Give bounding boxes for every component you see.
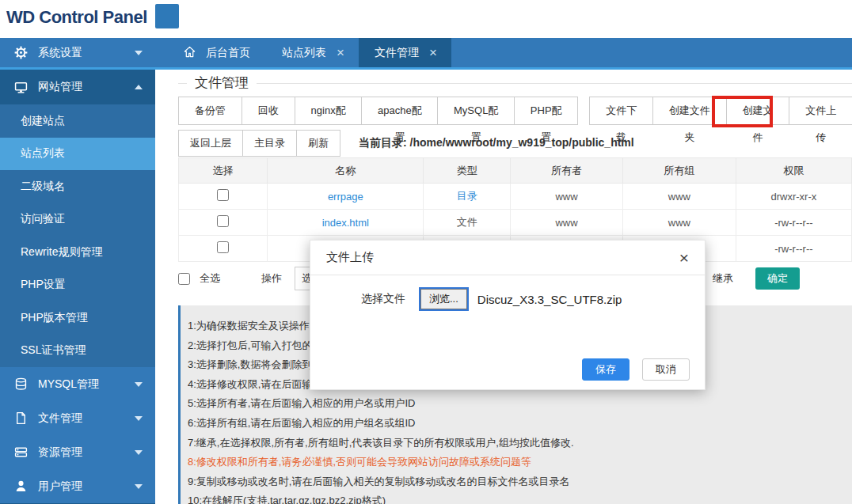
monitor-icon [14,81,28,94]
note-line: 9:复制或移动或改名时,请在后面输入相关的复制或移动或改名的目标文件名或目录名 [188,472,844,492]
tab-label: 站点列表 [282,46,326,60]
browse-button[interactable]: 浏览... [420,289,467,309]
tab-dashboard[interactable]: 后台首页 [169,38,266,67]
chevron-down-icon [135,382,143,387]
sidebar-item-subdomain[interactable]: 二级域名 [0,170,155,203]
action-right-group: 继承 确定 [713,267,800,290]
sidebar-item-label: SSL证书管理 [21,343,86,358]
section-divider: 文件管理 [178,83,852,84]
refresh-button[interactable]: 刷新 [296,130,340,157]
user-icon [14,479,28,493]
recycle-bin-button[interactable]: 回收站 [242,97,295,125]
app-logo: WD Control Panel [6,7,147,28]
sidebar-section-users[interactable]: 用户管理 [0,469,155,503]
col-header-type: 类型 [424,158,511,184]
tab-file-manager[interactable]: 文件管理 × [359,38,451,67]
database-icon [14,377,28,391]
perm-cell: -rw-r--r-- [736,236,851,262]
group-cell: www [622,184,736,210]
row-checkbox[interactable] [217,241,229,253]
hamburger-menu-button[interactable] [155,4,179,28]
sidebar-section-label: 资源管理 [38,445,135,460]
dialog-header: 文件上传 × [310,241,705,275]
nginx-config-button[interactable]: nginx配置 [295,97,363,125]
logo-bar: WD Control Panel [0,0,852,38]
sidebar: 网站管理 创建站点 站点列表 二级域名 访问验证 Rewrite规则管理 PHP… [0,70,155,504]
sidebar-section-website-management[interactable]: 网站管理 [0,70,155,104]
sidebar-item-php-settings[interactable]: PHP设置 [0,269,155,302]
file-link[interactable]: index.html [322,217,369,229]
create-file-button[interactable]: 创建文件 [726,97,790,125]
col-header-owner: 所有者 [511,158,623,184]
tab-bar: 后台首页 站点列表 × 文件管理 × [169,38,451,67]
file-select-label: 选择文件 [361,292,405,306]
sidebar-item-rewrite-rules[interactable]: Rewrite规则管理 [0,236,155,269]
create-folder-button[interactable]: 创建文件夹 [652,97,726,125]
close-icon[interactable]: × [679,249,689,266]
sidebar-submenu: 创建站点 站点列表 二级域名 访问验证 Rewrite规则管理 PHP设置 PH… [0,104,155,367]
home-icon [184,46,197,59]
col-header-select: 选择 [179,158,268,184]
owner-cell: www [511,184,623,210]
sidebar-item-label: 系统设置 [38,46,135,60]
sidebar-item-site-list[interactable]: 站点列表 [0,138,155,171]
owner-cell: www [511,210,623,236]
perm-cell: -rw-r--r-- [736,210,851,236]
apache-config-button[interactable]: apache配置 [361,97,438,125]
sidebar-item-system-settings[interactable]: 系统设置 [0,38,155,67]
tab-label: 后台首页 [206,46,250,60]
chevron-down-icon [135,416,143,421]
cancel-button[interactable]: 取消 [642,358,690,381]
current-dir-text: 当前目录: /home/wwwroot/my_w919_top/public_h… [359,136,634,150]
dialog-footer: 保存 取消 [582,358,690,381]
save-button[interactable]: 保存 [582,358,629,381]
type-link[interactable]: 目录 [457,190,477,202]
sidebar-item-php-version[interactable]: PHP版本管理 [0,301,155,335]
sidebar-section-file-management[interactable]: 文件管理 [0,401,155,435]
sidebar-item-access-auth[interactable]: 访问验证 [0,203,155,237]
table-row: errpage 目录 www www drwxr-xr-x [179,184,852,210]
col-header-group: 所有组 [622,158,736,184]
top-nav-bar: 系统设置 后台首页 站点列表 × 文件管理 × [0,38,852,70]
confirm-button[interactable]: 确定 [755,267,800,290]
toolbar-navigation: 返回上层 主目录 刷新 当前目录: /home/wwwroot/my_w919_… [178,130,852,157]
mysql-config-button[interactable]: MySQL配置 [437,97,515,125]
group-cell: www [622,210,736,236]
sidebar-item-ssl-cert[interactable]: SSL证书管理 [0,335,155,368]
note-line: 10:在线解压(支持.tar,tar.gz,tgz,bz2,zip格式) [188,491,844,504]
go-up-button[interactable]: 返回上层 [178,130,243,157]
php-config-button[interactable]: PHP配置 [514,97,578,125]
sidebar-section-mysql[interactable]: MYSQL管理 [0,367,155,401]
sidebar-section-label: 网站管理 [38,80,135,94]
document-icon [14,411,28,425]
tab-close-icon[interactable]: × [337,46,344,59]
file-download-button[interactable]: 文件下载 [589,97,653,125]
table-row: index.html 文件 www www -rw-r--r-- [179,210,852,236]
perm-cell: drwxr-xr-x [736,184,851,210]
server-icon [14,445,28,459]
selected-filename: Discuz_X3.3_SC_UTF8.zip [477,293,622,306]
sidebar-item-label: PHP版本管理 [21,311,88,325]
note-line: 6:选择所有组,请在后面输入相应的用户组名或组ID [188,414,844,434]
tab-close-icon[interactable]: × [429,46,437,59]
backup-manage-button[interactable]: 备份管理 [178,97,242,125]
tab-site-list[interactable]: 站点列表 × [266,38,359,67]
select-all-checkbox[interactable] [178,273,190,285]
row-checkbox[interactable] [217,215,229,227]
chevron-down-icon [135,51,143,55]
chevron-up-icon [135,85,143,89]
sidebar-section-resources[interactable]: 资源管理 [0,435,155,469]
file-upload-button[interactable]: 文件上传 [789,97,852,125]
note-line: 5:选择所有者,请在后面输入相应的用户名或用户ID [188,394,844,414]
sidebar-item-label: 站点列表 [21,146,65,161]
home-dir-button[interactable]: 主目录 [242,130,297,157]
file-upload-dialog: 文件上传 × 选择文件 浏览... Discuz_X3.3_SC_UTF8.zi… [310,240,706,390]
row-checkbox[interactable] [217,189,229,201]
table-header-row: 选择 名称 类型 所有者 所有组 权限 [179,158,852,184]
chevron-down-icon [135,484,143,489]
sidebar-item-label: 访问验证 [21,212,65,226]
file-link[interactable]: errpage [328,191,363,203]
sidebar-item-create-site[interactable]: 创建站点 [0,104,155,138]
type-cell: 文件 [424,210,511,236]
note-line: 7:继承,在选择权限,所有者,所有组时,代表该目录下的所有权限或用户,组均按此值… [188,434,844,453]
